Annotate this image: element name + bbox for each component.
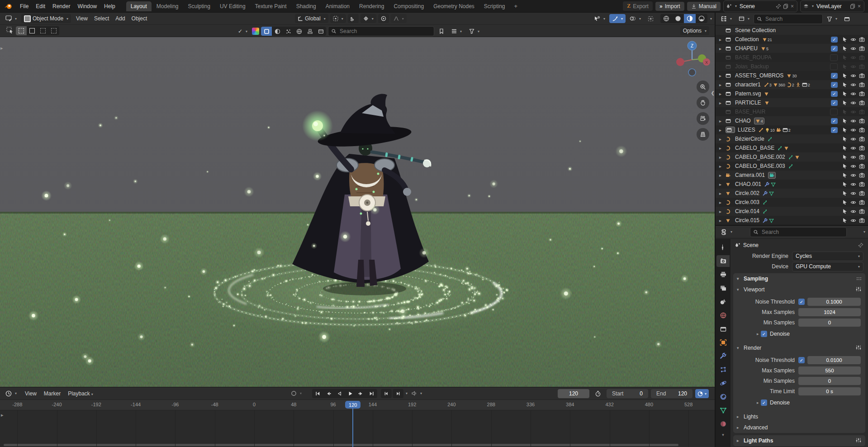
render-camera-icon[interactable] [858,218,866,224]
playback-sync-button[interactable]: ▾ [695,389,709,398]
search-input[interactable] [339,28,431,35]
render-camera-icon[interactable] [858,209,866,214]
properties-tab-data[interactable] [716,404,730,416]
properties-tab-world[interactable] [716,309,730,321]
workspace-tab-animation[interactable]: Animation [321,1,354,11]
outliner-row-chapeu[interactable]: ▸CHAPEU5✓ [716,44,868,53]
timeline-scrollbar[interactable] [4,444,678,446]
selectable-icon[interactable] [840,37,849,43]
halftone-sphere-icon[interactable] [272,27,283,36]
presets-icon[interactable] [855,286,862,293]
selectable-icon[interactable] [840,91,849,97]
outliner-row-base-roupa[interactable]: BASE_ROUPA [716,53,868,62]
visibility-eye-icon[interactable] [849,209,858,214]
outliner-row-luzes[interactable]: ▸LUZES102✓ [716,125,868,134]
outliner-filter-button[interactable]: ▾ [824,14,840,24]
viewport-menu-object[interactable]: Object [128,14,151,23]
gizmo-toggle[interactable]: ▾ [609,14,626,23]
selectable-icon[interactable] [840,127,849,133]
outliner-row-circle-003[interactable]: ▸Circle.003 [716,198,868,207]
r-max-samples-value[interactable]: 550 [798,366,861,375]
expand-arrow[interactable]: ▸ [719,173,726,178]
workspace-tab-rendering[interactable]: Rendering [355,1,389,11]
end-frame-field[interactable]: End120 [651,389,693,398]
scene-selector[interactable]: ▾ Scene × [723,0,797,12]
exclude-checkbox[interactable] [830,54,838,61]
proportional-falloff-select[interactable]: ▾ [391,14,407,23]
outliner-row-patern-svg[interactable]: ▸Patern.svg✓ [716,89,868,98]
xray-toggle[interactable] [645,14,656,23]
outliner-row-cabelo-base[interactable]: ▸CABELO_BASE [716,143,868,152]
tool-settings-check[interactable]: ✓▾ [235,27,250,36]
viewport-subpanel-header[interactable]: ▾Viewport [733,284,865,295]
render-camera-icon[interactable] [858,91,866,97]
visibility-eye-icon[interactable] [849,190,858,196]
viewport-menu-view[interactable]: View [73,14,91,23]
outliner-row-assets-ombros[interactable]: ▸ASSETS_OMBROS30✓ [716,71,868,80]
auto-keying-toggle[interactable]: ▾ [288,389,304,398]
overlays-toggle[interactable]: ▾ [627,14,644,23]
r-noise-threshold-value[interactable]: 0.0100 [807,356,861,364]
timeline-menu-playback[interactable]: Playback▾ [64,389,97,398]
timeline-tracks[interactable]: ▸ [0,410,715,447]
properties-tab-physics[interactable] [716,377,730,389]
selectable-icon[interactable] [840,64,849,70]
card-icon[interactable] [315,27,326,36]
outliner-row-camera-001[interactable]: ▸Camera.001 [716,171,868,180]
advanced-subpanel-header[interactable]: ▸Advanced [733,422,865,433]
scene-name[interactable]: Scene [739,3,774,10]
manual-button[interactable]: Manual [687,2,721,11]
expand-arrow[interactable]: ▸ [719,46,726,51]
shading-options-chevron[interactable]: ▾ [710,17,712,21]
render-camera-icon[interactable] [858,46,866,52]
visibility-eye-icon[interactable] [849,145,858,151]
r-time-limit-value[interactable]: 0 s [798,387,861,395]
workspace-tab-sculpting[interactable]: Sculpting [184,1,215,11]
r-noise-threshold-checkbox[interactable]: ✓ [798,357,805,363]
render-camera-icon[interactable] [858,118,866,124]
render-camera-icon[interactable] [858,55,866,61]
vp-noise-threshold-value[interactable]: 0.1000 [807,298,861,306]
visibility-eye-icon[interactable] [849,127,858,133]
visibility-eye-icon[interactable] [849,37,858,43]
select-mode-new[interactable] [16,26,27,35]
select-mode-subtract[interactable] [38,26,48,35]
expand-arrow[interactable]: ▸ [719,37,726,42]
properties-tab-tool[interactable] [716,242,730,253]
vp-min-samples-value[interactable]: 0 [798,319,861,327]
expand-arrow[interactable]: ▸ [719,82,726,87]
next-keyframe-button[interactable] [356,389,366,398]
snap-toggle[interactable] [348,14,359,23]
render-subpanel-header[interactable]: ▾Render [733,342,865,353]
viewport-menu-add[interactable]: Add [112,14,128,23]
selectable-icon[interactable] [840,145,849,151]
use-preview-range-toggle[interactable] [592,389,604,398]
timeline-menu-marker[interactable]: Marker [40,389,64,398]
selectable-icon[interactable] [840,73,849,79]
vp-denoise-checkbox[interactable]: ✓ [761,331,767,337]
render-camera-icon[interactable] [858,172,866,178]
selectable-icon[interactable] [840,82,849,88]
render-camera-icon[interactable] [858,145,866,151]
properties-tab-object[interactable] [716,337,730,348]
properties-tab-view-layer[interactable] [716,282,730,294]
visibility-eye-icon[interactable] [849,181,858,187]
outliner-row-cabelo-base-003[interactable]: ▸CABELO_BASE.003 [716,162,868,171]
visibility-eye-icon[interactable] [849,172,858,178]
export-button[interactable]: ZExport [623,1,653,11]
blender-logo-icon[interactable] [4,2,14,11]
menu-render[interactable]: Render [49,2,74,11]
timeline-ruler[interactable]: 120 -288-240-192-144-96-4804896144192240… [0,400,715,410]
viewport-search[interactable] [328,26,434,36]
remove-viewlayer-icon[interactable]: × [857,3,861,10]
tabs-overflow-chevron[interactable]: ▾ [722,433,724,437]
exclude-checkbox[interactable]: ✓ [831,91,838,97]
select-box-tool-icon[interactable] [6,27,13,35]
outliner-row-circle-002[interactable]: ▸Circle.002 [716,189,868,198]
render-camera-icon[interactable] [858,82,866,88]
snap-target-select[interactable]: ▾ [360,14,376,23]
step-back-button[interactable] [381,389,392,398]
sidebar-collapse-arrow[interactable]: ❮ [711,90,715,95]
options-dropdown[interactable]: Options▾ [680,26,709,35]
r-min-samples-value[interactable]: 0 [798,377,861,385]
